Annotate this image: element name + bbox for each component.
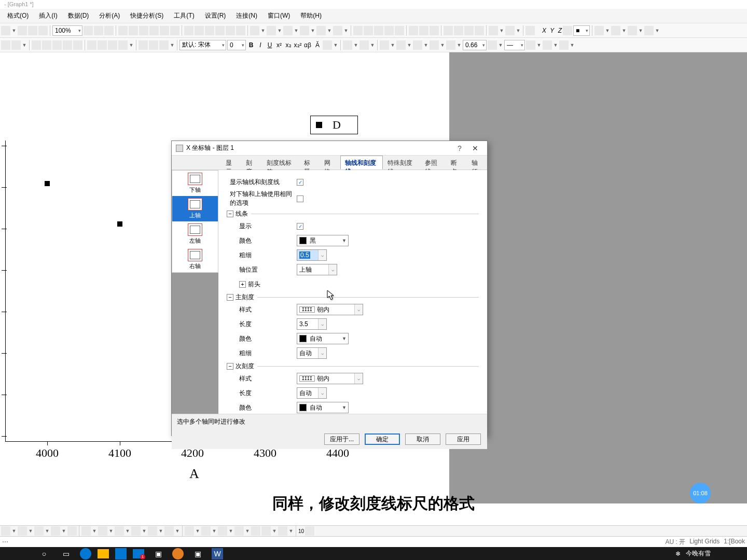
- tb-icon[interactable]: [149, 40, 158, 50]
- tb-icon[interactable]: [305, 526, 314, 536]
- italic-button[interactable]: I: [256, 41, 265, 49]
- tb-icon[interactable]: [300, 26, 309, 35]
- tb-icon[interactable]: [563, 26, 572, 35]
- tb-icon[interactable]: [63, 40, 72, 50]
- tb-icon[interactable]: [488, 40, 497, 50]
- tb-icon[interactable]: [353, 26, 363, 35]
- tb-icon[interactable]: [98, 40, 107, 50]
- tb-icon[interactable]: [38, 26, 48, 35]
- tb-icon[interactable]: [226, 26, 235, 35]
- app-icon[interactable]: ▣: [150, 548, 166, 559]
- tb-icon[interactable]: [34, 526, 44, 536]
- tb-icon[interactable]: [413, 40, 422, 50]
- menu-settings[interactable]: 设置(R): [200, 10, 231, 22]
- tb-icon[interactable]: [505, 26, 515, 35]
- apply-to-button[interactable]: 应用于...: [324, 433, 359, 445]
- tab-special[interactable]: 特殊刻度线: [383, 156, 420, 170]
- tb-icon[interactable]: [359, 40, 369, 50]
- tb-icon[interactable]: [543, 40, 552, 50]
- word-icon[interactable]: W: [212, 548, 223, 559]
- tb-icon[interactable]: [28, 26, 37, 35]
- tb-icon[interactable]: [215, 26, 225, 35]
- sel-thickness[interactable]: 0.5⌵: [297, 249, 327, 261]
- tb-icon[interactable]: [87, 40, 96, 50]
- cancel-button[interactable]: 取消: [405, 433, 440, 445]
- axis-item-top[interactable]: 上轴: [172, 196, 218, 221]
- axis-item-left[interactable]: 左轴: [172, 221, 218, 247]
- tb-icon[interactable]: [94, 26, 103, 35]
- ok-button[interactable]: 确定: [365, 433, 400, 445]
- tb-icon[interactable]: [184, 26, 193, 35]
- x-axis-title[interactable]: A: [189, 466, 199, 482]
- tb-icon[interactable]: [73, 40, 82, 50]
- line-combo[interactable]: —: [504, 40, 525, 50]
- menu-window[interactable]: 窗口(W): [262, 10, 295, 22]
- tb-icon[interactable]: [139, 26, 148, 35]
- sel-major-length[interactable]: 3.5⌵: [297, 318, 327, 330]
- tb-icon[interactable]: [475, 26, 484, 35]
- tb-icon[interactable]: [160, 26, 169, 35]
- tb-icon[interactable]: [148, 526, 157, 536]
- menu-quick[interactable]: 快捷分析(S): [125, 10, 169, 22]
- data-point[interactable]: [45, 181, 50, 186]
- tb-icon[interactable]: [380, 40, 389, 50]
- tb-icon[interactable]: [559, 40, 569, 50]
- tb-icon[interactable]: [316, 26, 326, 35]
- sel-color[interactable]: 黑▼: [297, 235, 349, 246]
- tb-icon[interactable]: [218, 526, 227, 536]
- tab-lineticks[interactable]: 轴线和刻度线: [340, 156, 383, 170]
- tb-icon[interactable]: [98, 526, 107, 536]
- tb-icon[interactable]: [1, 526, 10, 536]
- menu-insert[interactable]: 插入(I): [34, 10, 62, 22]
- tb-icon[interactable]: [104, 26, 114, 35]
- tb-icon[interactable]: [11, 40, 21, 50]
- zoom-combo[interactable]: 100%: [52, 25, 82, 36]
- font-combo[interactable]: 默认: 宋体: [179, 40, 226, 50]
- app-icon[interactable]: ▣: [190, 548, 205, 559]
- apply-button[interactable]: 应用: [446, 433, 481, 445]
- tb-icon[interactable]: [236, 26, 245, 35]
- tb-icon[interactable]: [446, 40, 455, 50]
- tb-icon[interactable]: [396, 40, 406, 50]
- search-icon[interactable]: ○: [36, 548, 52, 559]
- tab-scale[interactable]: 刻度: [241, 156, 261, 170]
- weather-icon[interactable]: ❄: [675, 550, 681, 557]
- fontsize-combo[interactable]: 0: [227, 40, 246, 50]
- tb-icon[interactable]: [644, 26, 654, 35]
- tb-icon[interactable]: [129, 26, 138, 35]
- app-icon[interactable]: [172, 548, 184, 559]
- store-icon[interactable]: [115, 548, 127, 559]
- sel-minor-color[interactable]: 自动▼: [297, 402, 349, 413]
- tb-icon[interactable]: [409, 26, 418, 35]
- tb-icon[interactable]: [159, 40, 169, 50]
- tab-breaks[interactable]: 断点: [446, 156, 466, 170]
- chk-show-lineticks[interactable]: ✓: [297, 179, 303, 186]
- tb-icon[interactable]: [250, 26, 259, 35]
- tb-icon[interactable]: [139, 40, 148, 50]
- edge-icon[interactable]: [80, 548, 91, 559]
- tb-icon[interactable]: [278, 526, 287, 536]
- tb-icon[interactable]: [374, 26, 383, 35]
- tb-icon[interactable]: [201, 526, 211, 536]
- dialog-titlebar[interactable]: X 坐标轴 - 图层 1 ? ✕: [172, 141, 487, 156]
- axis-item-right[interactable]: 右轴: [172, 247, 218, 272]
- sup-button[interactable]: x²: [275, 41, 283, 49]
- tab-reflines[interactable]: 参照线: [420, 156, 446, 170]
- legend[interactable]: D: [310, 116, 358, 134]
- toggle-minor[interactable]: −: [227, 363, 233, 370]
- sub-button[interactable]: x₂: [284, 41, 293, 49]
- tb-icon[interactable]: [1, 40, 10, 50]
- tb-icon[interactable]: [42, 40, 51, 50]
- tb-icon[interactable]: [115, 526, 124, 536]
- sel-major-style[interactable]: ⵊⵊⵊⵊ朝内⌵: [297, 304, 363, 315]
- tb-icon[interactable]: [32, 40, 41, 50]
- tb-icon[interactable]: [164, 526, 174, 536]
- tb-icon[interactable]: [52, 40, 62, 50]
- tb-icon[interactable]: [81, 526, 91, 536]
- sel-major-thick[interactable]: 自动⌵: [297, 347, 327, 359]
- tab-title[interactable]: 标题: [299, 156, 320, 170]
- accent-button[interactable]: Ă: [313, 41, 322, 49]
- point-combo[interactable]: ■: [573, 25, 590, 36]
- tb-icon[interactable]: [251, 526, 260, 536]
- tb-icon[interactable]: [149, 26, 159, 35]
